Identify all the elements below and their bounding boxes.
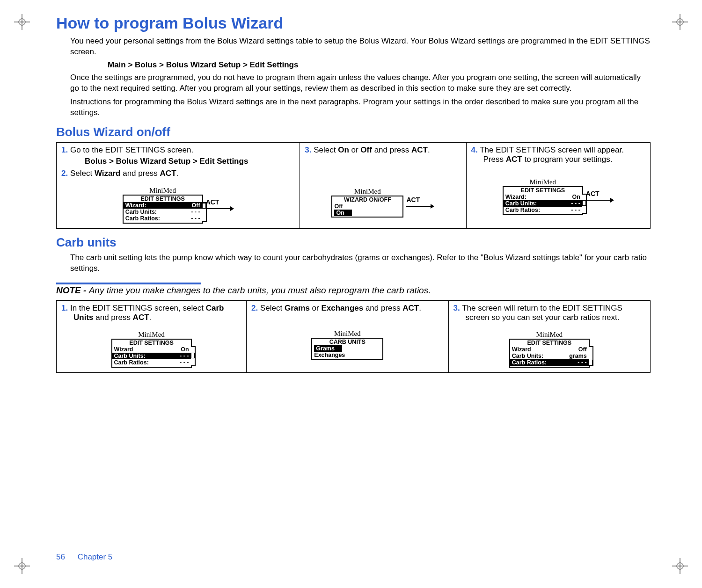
step-text: . (428, 145, 430, 154)
svg-marker-13 (230, 206, 234, 211)
device-screen: MiniMed EDIT SETTINGS WizardOff Carb Uni… (509, 331, 590, 368)
step-number: 3. (305, 145, 311, 154)
device-scrollbar (202, 202, 207, 222)
step-act: ACT (133, 313, 149, 322)
step-text: Select (314, 145, 338, 154)
page-content: How to program Bolus Wizard You need you… (56, 14, 651, 373)
step-bold: On (338, 145, 349, 154)
device-brand: MiniMed (111, 331, 192, 339)
step-number: 1. (61, 145, 68, 154)
steps-table-carb-units: 1. In the EDIT SETTINGS screen, select C… (56, 300, 651, 373)
step-text: . (176, 169, 179, 178)
intro-paragraph-1: You need your personal settings from the… (70, 36, 651, 58)
step-2: 2. Select Wizard and press ACT. (61, 169, 295, 178)
step-act: ACT (160, 169, 176, 178)
step-2: 2. Select Grams or Exchanges and press A… (251, 304, 443, 313)
device-row: Carb Ratios:- - - (510, 359, 589, 366)
step-act: ACT (506, 155, 522, 164)
step-3: 3. Select On or Off and press ACT. (305, 145, 461, 155)
device-row: WizardOn (112, 346, 191, 353)
device-header: EDIT SETTINGS (504, 187, 582, 194)
device-row: Exchanges (312, 352, 382, 358)
device-scrollbar (191, 346, 196, 366)
device-header: EDIT SETTINGS (124, 196, 202, 202)
step-number: 2. (251, 304, 258, 312)
device-row: Wizard:Off (124, 202, 202, 209)
act-arrow-icon: ACT (586, 190, 614, 203)
step-text: or (349, 145, 361, 154)
step-text: The screen will return to the EDIT SETTI… (462, 304, 622, 322)
section-title-onoff: Bolus Wizard on/off (56, 125, 651, 139)
note-label: NOTE - (56, 285, 89, 295)
step-text: and press (120, 169, 160, 178)
step-4: 4. The EDIT SETTINGS screen will appear.… (471, 145, 645, 164)
device-row: Carb Units:grams (510, 353, 589, 359)
step-text: Select (70, 169, 95, 178)
step-text: to program your settings. (522, 155, 613, 164)
intro-paragraph-2: Once the settings are programmed, you do… (70, 73, 651, 94)
device-row: Wizard:On (504, 194, 582, 200)
device-scrollbar (589, 346, 593, 366)
crop-mark-icon (672, 558, 688, 574)
steps-table-onoff: 1. Go to the EDIT SETTINGS screen. Bolus… (56, 142, 651, 229)
intro-paragraph-3: Instructions for programming the Bolus W… (70, 97, 651, 118)
step-3: 3. The screen will return to the EDIT SE… (453, 304, 645, 322)
step-bold: Wizard (95, 169, 121, 178)
svg-marker-17 (610, 198, 614, 203)
device-scrollbar (582, 194, 587, 214)
device-screen: MiniMed CARB UNITS Grams Exchanges (311, 330, 383, 360)
device-row: Carb Ratios:- - - (124, 215, 202, 222)
section-title-carb-units: Carb units (56, 235, 651, 250)
device-header: CARB UNITS (312, 339, 382, 345)
step-bold: Grams (285, 304, 310, 312)
note-text: Any time you make changes to the carb un… (89, 285, 431, 295)
step-text: Select (260, 304, 285, 312)
act-arrow-icon: ACT (406, 196, 434, 209)
step-text: and press (94, 313, 133, 322)
step-1-path: Bolus > Bolus Wizard Setup > Edit Settin… (61, 157, 295, 166)
crop-mark-icon (14, 558, 30, 574)
page-title: How to program Bolus Wizard (56, 14, 651, 32)
device-row: Carb Units:- - - (112, 353, 191, 359)
device-screen: MiniMed EDIT SETTINGS Wizard:Off Carb Un… (123, 187, 203, 224)
menu-path-main: Main > Bolus > Bolus Wizard Setup > Edit… (108, 60, 651, 70)
step-text: and press (363, 304, 402, 312)
carb-units-paragraph: The carb unit setting lets the pump know… (70, 253, 651, 274)
act-arrow-icon: ACT (206, 198, 234, 211)
device-row: Grams (314, 345, 342, 352)
device-row: Carb Ratios:- - - (504, 207, 582, 213)
step-number: 1. (61, 304, 68, 312)
device-brand: MiniMed (311, 330, 383, 338)
device-screen: MiniMed WIZARD ON/OFF Off On (331, 188, 403, 218)
note-line: NOTE - Any time you make changes to the … (56, 285, 651, 296)
device-row: On (334, 210, 352, 216)
device-brand: MiniMed (123, 187, 203, 195)
step-text: . (149, 313, 152, 322)
note-divider (56, 283, 201, 284)
page-footer: 56 Chapter 5 (56, 552, 112, 562)
step-number: 4. (471, 145, 478, 154)
device-brand: MiniMed (331, 188, 403, 196)
chapter-label: Chapter 5 (78, 552, 113, 561)
crop-mark-icon (672, 14, 688, 30)
device-screen: MiniMed EDIT SETTINGS WizardOn Carb Unit… (111, 331, 192, 368)
step-1: 1. Go to the EDIT SETTINGS screen. (61, 145, 295, 155)
device-row: Carb Ratios:- - - (112, 359, 191, 366)
step-number: 3. (453, 304, 460, 312)
device-screen: MiniMed EDIT SETTINGS Wizard:On Carb Uni… (503, 178, 583, 215)
crop-mark-icon (14, 14, 30, 30)
step-number: 2. (61, 169, 68, 178)
device-header: EDIT SETTINGS (112, 340, 191, 346)
device-row: Off (332, 203, 402, 210)
step-text: Go to the EDIT SETTINGS screen. (70, 145, 193, 154)
step-act: ACT (411, 145, 428, 154)
step-text: or (310, 304, 322, 312)
step-bold: Exchanges (321, 304, 363, 312)
device-row: Carb Units:- - - (124, 209, 202, 215)
act-label: ACT (406, 196, 420, 203)
act-label: ACT (206, 198, 219, 206)
device-row: Carb Units:- - - (504, 200, 582, 207)
step-text: In the EDIT SETTINGS screen, select (70, 304, 206, 312)
step-act: ACT (402, 304, 419, 312)
page-number: 56 (56, 552, 65, 561)
